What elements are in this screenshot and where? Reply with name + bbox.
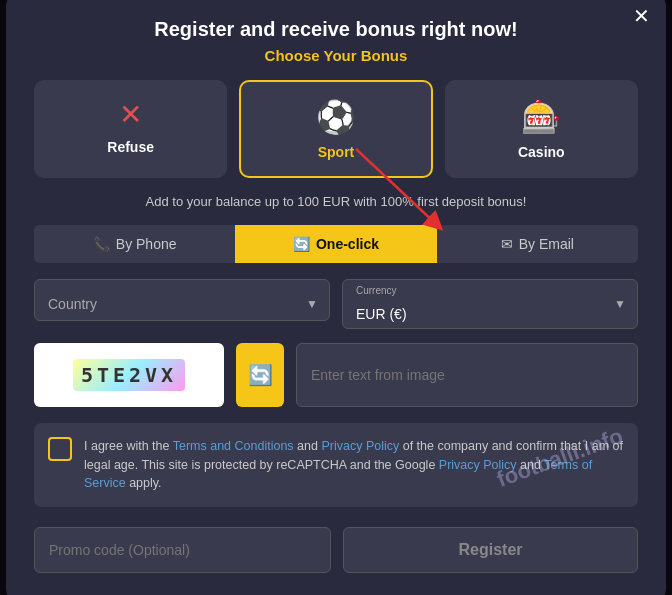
country-group: ▼ Country [34,279,330,329]
modal-container: ✕ Register and receive bonus right now! … [6,0,666,595]
bottom-row: Register [34,527,638,573]
currency-group: Currency EUR (€) ▼ [342,279,638,329]
tab-email-label: By Email [519,236,574,252]
refuse-icon: ✕ [119,98,142,131]
bonus-options-row: ✕ Refuse ⚽ Sport 🎰 Casino [34,80,638,178]
phone-icon: 📞 [93,236,110,252]
country-select[interactable] [34,279,330,321]
refuse-label: Refuse [107,139,154,155]
tab-phone-label: By Phone [116,236,177,252]
country-currency-row: ▼ Country Currency EUR (€) ▼ [34,279,638,329]
agreement-checkbox[interactable] [48,437,72,461]
modal-overlay: ✕ Register and receive bonus right now! … [0,0,672,595]
promo-input[interactable] [34,527,331,573]
google-privacy-link[interactable]: Privacy Policy [439,458,517,472]
email-icon: ✉ [501,236,513,252]
close-button[interactable]: ✕ [633,6,650,26]
casino-label: Casino [518,144,565,160]
currency-label-text: Currency [356,285,397,296]
tab-phone[interactable]: 📞 By Phone [34,225,235,263]
refresh-icon: 🔄 [248,363,273,387]
privacy-link[interactable]: Privacy Policy [321,439,399,453]
register-button[interactable]: Register [343,527,638,573]
tab-oneclick-label: One-click [316,236,379,252]
captcha-text: 5TE2VX [73,359,185,391]
modal-title: Register and receive bonus right now! [34,18,638,41]
sport-icon: ⚽ [316,98,356,136]
agreement-row: I agree with the Terms and Conditions an… [34,423,638,507]
captcha-image: 5TE2VX [34,343,224,407]
oneclick-icon: 🔄 [293,236,310,252]
modal-subtitle: Choose Your Bonus [34,47,638,64]
casino-icon: 🎰 [521,98,561,136]
bonus-sport-card[interactable]: ⚽ Sport [239,80,432,178]
tab-email[interactable]: ✉ By Email [437,225,638,263]
captcha-refresh-button[interactable]: 🔄 [236,343,284,407]
registration-tabs: 📞 By Phone 🔄 One-click ✉ By Email [34,225,638,263]
bonus-refuse-card[interactable]: ✕ Refuse [34,80,227,178]
sport-label: Sport [318,144,355,160]
captcha-row: 5TE2VX 🔄 [34,343,638,407]
captcha-input[interactable] [296,343,638,407]
terms-link[interactable]: Terms and Conditions [173,439,294,453]
promo-description: Add to your balance up to 100 EUR with 1… [34,194,638,209]
agreement-text: I agree with the Terms and Conditions an… [84,437,624,493]
bonus-casino-card[interactable]: 🎰 Casino [445,80,638,178]
tab-oneclick[interactable]: 🔄 One-click [235,225,436,263]
